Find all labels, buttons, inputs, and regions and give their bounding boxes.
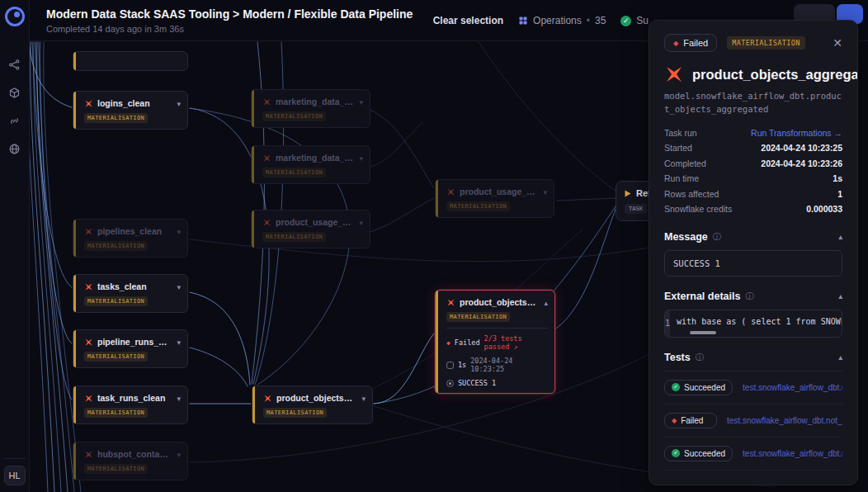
node-status-stripe — [73, 442, 76, 480]
dbt-icon — [84, 282, 93, 291]
dbt-icon — [84, 227, 93, 236]
test-row: ✓ Succeeded test.snowflake_airflow_dbt.u… — [664, 371, 842, 404]
detail-row-started: Started2024-04-24 10:23:25 — [664, 140, 842, 156]
chevron-down-icon[interactable]: ▾ — [543, 188, 547, 196]
pipelines-graph-icon[interactable] — [5, 54, 25, 74]
node-title: marketing_data_staging — [276, 153, 353, 163]
message-section-header: Message ⓘ ▴ — [664, 231, 842, 243]
chevron-down-icon[interactable]: ▾ — [177, 283, 181, 291]
dag-node-product-objects-staging[interactable]: product_objects_staging ▾ MATERIALISATIO… — [252, 386, 373, 424]
failed-diamond-icon: ◆ — [672, 417, 677, 424]
test-status-badge: ✓ Succeeded — [664, 446, 733, 461]
dbt-icon — [262, 97, 271, 106]
info-icon: ⓘ — [713, 231, 721, 243]
detail-row-task-run: Task run Run Transformations → — [664, 125, 842, 141]
dag-node-pipelines-clean[interactable]: pipelines_clean ▾ MATERIALISATION — [73, 219, 188, 258]
dag-node-product-objects-aggregated-selected[interactable]: product_objects_aggregated ▴ MATERIALISA… — [435, 290, 555, 394]
node-title: product_usage_aggregated — [460, 187, 537, 196]
materialisation-badge: MATERIALISATION — [262, 168, 326, 177]
info-icon: ⓘ — [696, 352, 704, 363]
operations-counter[interactable]: Operations • 35 — [518, 15, 606, 26]
dag-node-tasks-clean[interactable]: tasks_clean ▾ MATERIALISATION — [73, 274, 188, 313]
materialisation-badge: MATERIALISATION — [84, 296, 148, 306]
node-status-stripe — [252, 211, 254, 248]
info-icon: ⓘ — [745, 291, 753, 302]
web-globe-icon[interactable] — [5, 139, 25, 158]
dbt-icon — [263, 394, 272, 403]
test-link[interactable]: test.snowflake_airflow_dbt.not_null_pr — [743, 449, 842, 458]
chevron-down-icon[interactable]: ▾ — [177, 228, 181, 236]
chevron-down-icon[interactable]: ▾ — [177, 100, 181, 108]
external-details-section-header: External details ⓘ ▴ — [664, 291, 842, 302]
external-details-code: 1 with base as ( select 1 from SNOWFLAKE — [664, 310, 842, 338]
collapse-icon[interactable]: ▴ — [838, 292, 842, 300]
dag-node-pipeline-runs-clean[interactable]: pipeline_runs_clean ▾ MATERIALISATION — [73, 329, 188, 368]
dag-node-clipped-top[interactable] — [73, 51, 188, 71]
horizontal-scrollbar[interactable] — [690, 331, 716, 334]
dag-node-marketing-data-staging[interactable]: marketing_data_staging ▾ MATERIALISATION — [251, 145, 370, 184]
node-status-stripe — [73, 92, 76, 129]
node-status-stripe — [73, 275, 76, 312]
app-sidebar: HL — [0, 0, 30, 492]
test-link[interactable]: test.snowflake_airflow_dbt.not_null_pr — [727, 416, 842, 425]
chevron-down-icon[interactable]: ▾ — [361, 395, 366, 403]
collapse-icon[interactable]: ▴ — [838, 353, 842, 362]
dbt-icon — [262, 154, 271, 163]
failed-diamond-icon: ◆ — [673, 40, 678, 47]
message-target-icon — [446, 380, 454, 387]
clock-icon — [446, 362, 454, 369]
breadcrumb[interactable]: Modern Data Stack SAAS Tooling > Modern … — [46, 7, 413, 21]
chevron-up-icon[interactable]: ▴ — [544, 299, 548, 307]
close-icon[interactable]: ✕ — [833, 36, 842, 50]
test-row: ✓ Succeeded test.snowflake_airflow_dbt.n… — [664, 438, 842, 471]
chevron-down-icon[interactable]: ▾ — [359, 98, 363, 106]
dag-node-hubspot-contacts-clean[interactable]: hubspot_contacts_clean ▾ MATERIALISATION — [73, 442, 188, 480]
node-detail-panel: ◆ Failed MATERIALISATION ✕ product_objec… — [649, 20, 858, 485]
operations-grid-icon — [518, 16, 528, 26]
materialisation-badge: MATERIALISATION — [84, 241, 148, 251]
dag-node-task-runs-clean[interactable]: task_runs_clean ▾ MATERIALISATION — [73, 386, 188, 424]
app-logo-icon[interactable] — [5, 7, 25, 26]
node-message: SUCCESS 1 — [458, 379, 496, 387]
node-status-stripe — [436, 180, 438, 217]
task-run-link[interactable]: Run Transformations → — [751, 128, 842, 138]
dag-node-product-usage-aggregated[interactable]: product_usage_aggregated ▾ MATERIALISATI… — [435, 179, 554, 218]
test-link[interactable]: test.snowflake_airflow_dbt.unique_pro — [743, 383, 842, 392]
dbt-icon — [84, 450, 93, 459]
dag-node-product-usage-staging[interactable]: product_usage_staging ▾ MATERIALISATION — [251, 210, 370, 248]
node-title: product_usage_staging — [276, 217, 353, 227]
node-title: hubspot_contacts_clean — [97, 449, 171, 459]
connections-link-icon[interactable] — [5, 111, 25, 130]
user-avatar[interactable]: HL — [4, 466, 26, 485]
chevron-down-icon[interactable]: ▾ — [177, 451, 181, 459]
node-status-stripe — [252, 90, 254, 127]
node-title: task_runs_clean — [97, 393, 171, 403]
dbt-icon — [84, 338, 93, 347]
collapse-icon[interactable]: ▴ — [838, 233, 842, 241]
materialisation-badge: MATERIALISATION — [263, 408, 327, 418]
node-status-stripe — [252, 146, 254, 183]
node-status-stripe — [252, 386, 255, 423]
materialisation-badge: MATERIALISATION — [84, 113, 148, 123]
succeeded-counter[interactable]: ✓ Su — [620, 15, 649, 26]
node-divider — [446, 328, 548, 329]
detail-row-rows-affected: Rows affected1 — [664, 187, 842, 202]
tests-section-header: Tests ⓘ ▴ — [664, 352, 842, 363]
chevron-down-icon[interactable]: ▾ — [359, 219, 363, 227]
chevron-down-icon[interactable]: ▾ — [177, 338, 181, 347]
dbt-icon — [446, 298, 455, 307]
dag-node-logins-clean[interactable]: logins_clean ▾ MATERIALISATION — [73, 91, 188, 130]
node-status-stripe — [73, 52, 76, 70]
chevron-down-icon[interactable]: ▾ — [177, 395, 181, 403]
clear-selection-button[interactable]: Clear selection — [433, 15, 503, 26]
node-timestamp: 2024-04-24 10:23:25 — [470, 357, 548, 373]
detail-fields: Task run Run Transformations → Started20… — [664, 125, 842, 217]
node-status-label: Failed — [455, 338, 480, 347]
tests-summary-link[interactable]: 2/3 tests passed ↗ — [484, 334, 548, 351]
materialisation-badge: MATERIALISATION — [446, 312, 510, 322]
test-row: ◆ Failed test.snowflake_airflow_dbt.not_… — [664, 404, 842, 438]
chevron-down-icon[interactable]: ▾ — [359, 154, 363, 163]
dag-node-marketing-data-aggregated[interactable]: marketing_data_aggregated ▾ MATERIALISAT… — [251, 89, 370, 128]
node-run-time: 1s — [458, 361, 466, 369]
packages-cube-icon[interactable] — [5, 83, 25, 102]
